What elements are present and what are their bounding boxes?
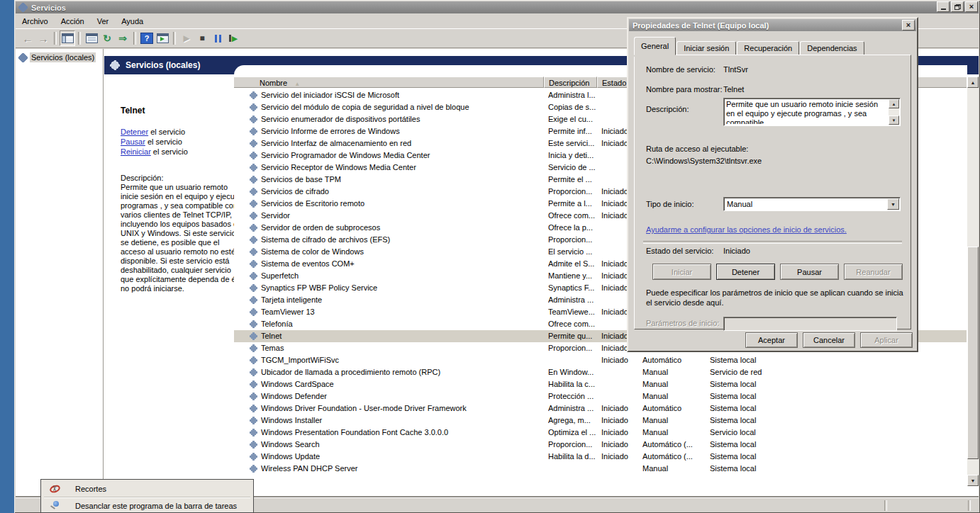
service-name-cell[interactable]: Telnet (261, 330, 542, 342)
service-name-cell[interactable]: Sistema de color de Windows (261, 246, 542, 258)
tab-general[interactable]: General (634, 37, 676, 55)
service-row[interactable]: Ubicador de llamada a procedimiento remo… (234, 366, 967, 378)
tab-recuperacion[interactable]: Recuperación (737, 41, 799, 55)
help-button[interactable]: ? (139, 30, 155, 46)
cancel-button[interactable]: Cancelar (803, 332, 855, 348)
service-name-cell[interactable]: Tarjeta inteligente (261, 294, 542, 306)
service-startup-type-cell: Manual (642, 463, 706, 475)
service-name-cell[interactable]: Wireless PAN DHCP Server (261, 463, 542, 475)
service-description-cell: Administra l... (548, 89, 598, 101)
service-gear-icon (250, 115, 257, 123)
restart-service-link[interactable]: Reiniciar (121, 147, 151, 156)
menu-accion[interactable]: Acción (55, 16, 91, 27)
service-name-cell[interactable]: Servicio Programador de Windows Media Ce… (261, 150, 542, 162)
pause-button[interactable]: Pausar (780, 264, 839, 280)
service-name-cell[interactable]: Windows Defender (261, 390, 542, 402)
service-gear-icon (250, 308, 257, 316)
context-menu-item-label: Desanclar este programa de la barra de t… (75, 502, 237, 510)
restart-service-button[interactable]: ▶ (225, 30, 241, 46)
refresh-button[interactable]: ↻ (99, 30, 115, 46)
service-name-cell[interactable]: Servicio enumerador de dispositivos port… (261, 113, 542, 125)
service-row[interactable]: TGCM_ImportWiFiSvc Iniciado Automático S… (234, 354, 967, 366)
service-gear-icon (250, 356, 257, 364)
service-startup-type-cell: Manual (642, 415, 706, 427)
service-name-cell[interactable]: Servicios de cifrado (261, 186, 542, 198)
service-row[interactable]: Windows Defender Protección ... Manual S… (234, 390, 967, 402)
column-header-descripcion[interactable]: Descripción (544, 77, 597, 88)
service-name-cell[interactable]: Telefonía (261, 318, 542, 330)
properties-button[interactable] (84, 30, 99, 46)
stop-button[interactable]: Detener (716, 264, 775, 280)
service-name-cell[interactable]: Servidor de orden de subprocesos (261, 222, 542, 234)
service-row[interactable]: Windows Driver Foundation - User-mode Dr… (234, 402, 967, 415)
description-scrollbar[interactable]: ▲ ▼ (889, 99, 899, 125)
service-name-cell[interactable]: TeamViewer 13 (261, 306, 542, 318)
service-logon-as-cell: Servicio de red (710, 366, 794, 378)
tab-dependencias[interactable]: Dependencias (800, 41, 864, 55)
description-scroll-up-button[interactable]: ▲ (889, 99, 899, 108)
menu-ver[interactable]: Ver (91, 16, 116, 27)
service-name-cell[interactable]: Servicio Interfaz de almacenamiento en r… (261, 137, 542, 150)
tab-iniciar-sesion[interactable]: Iniciar sesión (676, 41, 736, 55)
scrollbar-thumb[interactable] (967, 247, 979, 459)
description-label: Descripción: (646, 105, 689, 113)
service-name-cell[interactable]: Sistema de eventos COM+ (261, 258, 542, 270)
combobox-dropdown-button[interactable]: ▼ (887, 198, 899, 210)
service-name-cell[interactable]: TGCM_ImportWiFiSvc (261, 354, 542, 366)
service-name-cell[interactable]: Windows CardSpace (261, 378, 542, 390)
service-name-cell[interactable]: Servidor (261, 210, 542, 222)
service-name-cell[interactable]: Servicio del iniciador iSCSI de Microsof… (261, 89, 542, 101)
service-name-cell[interactable]: Ubicador de llamada a procedimiento remo… (261, 366, 542, 378)
startup-type-combobox[interactable]: Manual ▼ (723, 197, 901, 211)
scroll-up-button[interactable]: ▲ (967, 77, 979, 88)
context-menu-item-unpin[interactable]: Desanclar este programa de la barra de t… (42, 499, 252, 513)
dialog-close-button[interactable]: × (902, 20, 915, 30)
service-name-cell[interactable]: Windows Driver Foundation - User-mode Dr… (261, 402, 542, 415)
description-textbox[interactable]: Permite que un usuario remoto inicie ses… (723, 98, 901, 126)
service-row[interactable]: Wireless PAN DHCP Server Manual Sistema … (234, 463, 967, 475)
service-name-cell[interactable]: Windows Installer (261, 415, 542, 427)
service-name-cell[interactable]: Servicio Receptor de Windows Media Cente… (261, 162, 542, 174)
pause-service-link[interactable]: Pausar (121, 137, 145, 146)
accept-button[interactable]: Aceptar (745, 332, 798, 348)
export-list-button[interactable]: ⇒ (115, 30, 130, 46)
menu-ayuda[interactable]: Ayuda (115, 16, 150, 27)
forward-button[interactable]: → (35, 30, 51, 46)
service-name-cell[interactable]: Synaptics FP WBF Policy Service (261, 282, 542, 294)
service-status-cell: Iniciado (601, 354, 640, 366)
minimize-button[interactable] (937, 1, 950, 12)
back-button[interactable]: ← (20, 30, 35, 46)
service-name-cell[interactable]: Servicios de Escritorio remoto (261, 198, 542, 210)
startup-options-help-link[interactable]: Ayudarme a configurar las opciones de in… (646, 225, 847, 234)
menu-archivo[interactable]: Archivo (16, 16, 55, 27)
close-button[interactable]: × (965, 1, 978, 12)
service-row[interactable]: Windows Search Proporcion... Iniciado Au… (234, 439, 967, 451)
toolbar-separator (54, 32, 57, 45)
scroll-down-button[interactable]: ▼ (967, 475, 979, 486)
service-name-cell[interactable]: Windows Search (261, 439, 542, 451)
column-header-nombre[interactable]: Nombre▲ (234, 77, 544, 88)
restore-button[interactable] (951, 1, 964, 12)
stop-service-link[interactable]: Detener (121, 128, 148, 136)
service-name-cell[interactable]: Servicios de base TPM (261, 174, 542, 186)
service-name-cell[interactable]: Servicio del módulo de copia de segurida… (261, 101, 542, 113)
tree-item-servicios-locales[interactable]: Servicios (locales) (18, 52, 96, 62)
stop-service-button[interactable]: ■ (194, 30, 210, 46)
service-row[interactable]: Windows Presentation Foundation Font Cac… (234, 427, 967, 439)
service-name-cell[interactable]: Windows Update (261, 451, 542, 463)
service-name-cell[interactable]: Sistema de cifrado de archivos (EFS) (261, 234, 542, 246)
service-name-cell[interactable]: Servicio Informe de errores de Windows (261, 125, 542, 137)
service-name-cell[interactable]: Temas (261, 342, 542, 354)
description-scroll-down-button[interactable]: ▼ (889, 115, 899, 125)
service-row[interactable]: Windows CardSpace Habilita la c... Manua… (234, 378, 967, 390)
pause-service-button[interactable] (210, 30, 225, 46)
service-name-cell[interactable]: Windows Presentation Foundation Font Cac… (261, 427, 542, 439)
service-row[interactable]: Windows Update Habilita la d... Iniciado… (234, 451, 967, 463)
extended-view-button[interactable] (155, 30, 170, 46)
context-menu-item-recortes[interactable]: Recortes (42, 482, 252, 496)
service-row[interactable]: Windows Installer Agrega, m... Iniciado … (234, 415, 967, 427)
list-vertical-scrollbar[interactable]: ▲ ▼ (967, 77, 979, 486)
show-console-tree-button[interactable] (60, 30, 75, 46)
service-name-cell[interactable]: Superfetch (261, 270, 542, 282)
restore-icon (954, 4, 961, 10)
